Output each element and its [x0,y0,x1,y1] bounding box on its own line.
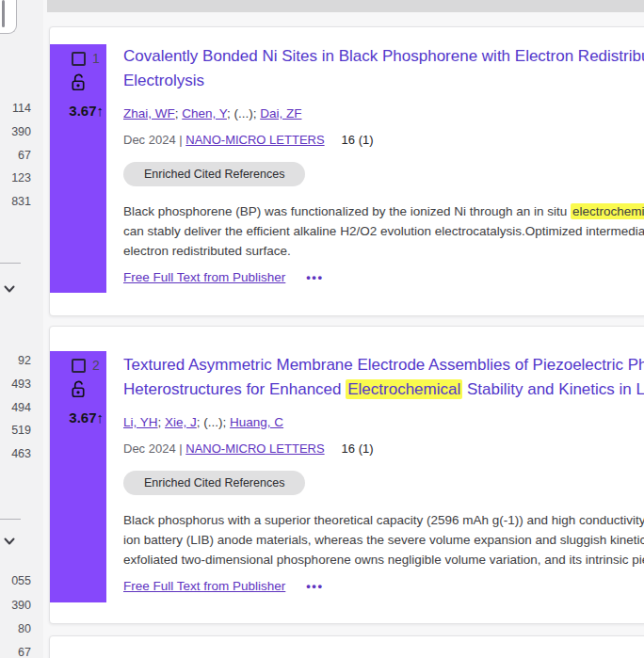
refine-count: 67 [0,148,31,164]
link[interactable]: Chen, Y [182,106,227,120]
more-options-button[interactable]: ••• [306,579,323,593]
result-card: 1 3.67↑ Covalently Bonded Ni Sites in Bl… [49,26,644,316]
result-meta: Dec 2024 | NANO-MICRO LETTERS16 (1) [123,133,644,147]
abstract-line: can stably deliver the efficient alkalin… [123,221,644,241]
result-title-link[interactable]: Heterostructures for Enhanced Electroche… [123,377,644,402]
refine-count: 92 [0,353,31,369]
sidebar-divider [0,519,21,520]
link[interactable]: NANO-MICRO LETTERS [185,441,324,456]
abstract-line: Black phosphorene (BP) was functionalize… [123,201,644,221]
refine-count: 114 [0,101,31,117]
refine-count: 390 [0,598,31,614]
refine-count: 055 [0,573,31,589]
abstract-line: ion battery (LIB) anode materials, where… [123,530,644,550]
result-abstract: Black phosphorene (BP) was functionalize… [123,201,644,261]
link[interactable]: Dai, ZF [260,106,301,120]
wos-results-page: 114 390 67 123 831 92 493 494 519 463 05… [0,0,644,658]
open-access-lock-icon [70,72,87,96]
result-title-link[interactable]: Covalently Bonded Ni Sites in Black Phos… [123,44,644,69]
result-card [49,635,644,658]
refine-count: 463 [0,446,31,462]
open-access-lock-icon [70,379,87,403]
result-rank: 1 [92,51,100,66]
result-checkbox[interactable] [72,52,86,66]
enriched-cited-references-badge: Enriched Cited References [123,162,305,186]
result-checkbox[interactable] [72,359,86,373]
result-card: 2 3.67↑ Textured Asymmetric Membrane Ele… [49,326,644,624]
result-accent-panel: 1 3.67↑ [50,44,106,293]
free-full-text-link[interactable]: Free Full Text from Publisher [123,270,285,284]
more-options-button[interactable]: ••• [306,270,323,284]
enriched-cited-references-badge: Enriched Cited References [123,471,305,495]
link[interactable]: NANO-MICRO LETTERS [185,133,324,147]
link[interactable]: Huang, C [230,415,283,429]
results-header-bar [47,0,644,12]
result-rank: 2 [92,358,100,373]
result-title-link[interactable]: Textured Asymmetric Membrane Electrode A… [123,353,644,377]
abstract-line: electron redistributed surface. [123,241,644,261]
abstract-line: Black phosphorus with a superior theoret… [123,510,644,530]
free-full-text-link[interactable]: Free Full Text from Publisher [123,579,285,593]
sidebar-divider [0,263,21,264]
refine-count: 80 [0,621,31,637]
chevron-down-icon[interactable] [4,285,15,294]
journal-impact-metric: 3.67↑ [69,409,104,425]
refine-count: 519 [0,423,31,439]
result-abstract: Black phosphorus with a superior theoret… [123,510,644,570]
result-authors: Zhai, WF; Chen, Y; (...); Dai, ZF [123,106,644,120]
search-term-highlight: electrochemical [571,203,644,219]
link[interactable]: Xie, J [165,415,197,429]
refine-count: 67 [0,645,31,658]
refine-sidebar: 114 390 67 123 831 92 493 494 519 463 05… [0,0,43,658]
search-term-highlight: Electrochemical [346,379,462,399]
result-accent-panel: 2 3.67↑ [50,351,106,602]
chevron-down-icon[interactable] [4,538,15,546]
result-authors: Li, YH; Xie, J; (...); Huang, C [123,415,644,429]
filters-panel-corner [0,0,17,34]
refine-count: 123 [0,170,31,186]
result-meta: Dec 2024 | NANO-MICRO LETTERS16 (1) [123,441,644,456]
refine-count: 494 [0,400,31,416]
refine-count: 493 [0,377,31,393]
abstract-line: exfoliated two-dimensional phosphorene o… [123,550,644,570]
link[interactable]: Zhai, WF [123,106,175,120]
link[interactable]: Li, YH [123,415,158,429]
refine-count: 390 [0,124,31,140]
result-title-link[interactable]: Electrolysis [123,69,644,93]
scrollbar-thumb[interactable] [2,0,5,27]
refine-count: 831 [0,194,31,210]
journal-impact-metric: 3.67↑ [69,103,104,119]
